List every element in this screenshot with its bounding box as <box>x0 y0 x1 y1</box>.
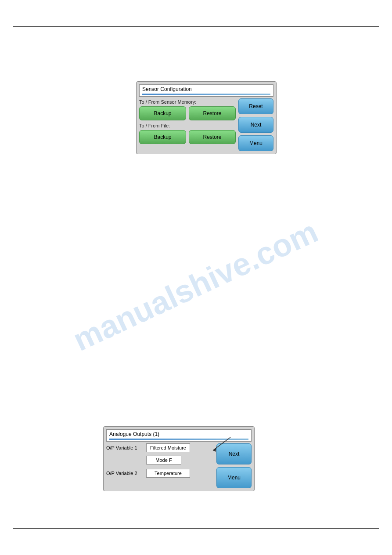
restore-sensor-memory-button[interactable]: Restore <box>189 106 236 120</box>
analogue-panel-body: O/P Variable 1 Filtered Moisture Mode F … <box>106 443 252 488</box>
op-mode-row: Mode F <box>146 456 213 464</box>
sensor-memory-btn-row: Backup Restore <box>139 106 236 120</box>
restore-file-button[interactable]: Restore <box>189 130 236 144</box>
sensor-configuration-panel: Sensor Configuration To / From Sensor Me… <box>136 81 277 154</box>
op-variable-1-label: O/P Variable 1 <box>106 445 144 450</box>
analogue-panel-title: Analogue Outputs (1) <box>106 429 252 442</box>
analogue-outputs-panel: Analogue Outputs (1) O/P Variable 1 Filt… <box>103 426 255 491</box>
analogue-next-button[interactable]: Next <box>216 443 252 464</box>
sensor-panel-title: Sensor Configuration <box>139 84 273 97</box>
next-button[interactable]: Next <box>238 117 273 133</box>
op-variable-2-label: O/P Variable 2 <box>106 471 144 476</box>
file-label: To / From File: <box>139 123 236 128</box>
backup-file-button[interactable]: Backup <box>139 130 186 144</box>
op-variable-1-mode[interactable]: Mode F <box>146 456 181 464</box>
op-variable-2-value[interactable]: Temperature <box>146 469 190 478</box>
op-variable-2-row: O/P Variable 2 Temperature <box>106 469 213 478</box>
sensor-memory-label: To / From Sensor Memory: <box>139 99 236 105</box>
analogue-panel-right: Next Menu <box>216 443 252 488</box>
sensor-panel-body: To / From Sensor Memory: Backup Restore … <box>139 98 273 151</box>
op-variable-1-value[interactable]: Filtered Moisture <box>146 443 190 452</box>
file-btn-row: Backup Restore <box>139 130 236 144</box>
backup-sensor-memory-button[interactable]: Backup <box>139 106 186 120</box>
bottom-rule <box>13 528 379 529</box>
top-rule <box>13 26 379 27</box>
analogue-panel-left: O/P Variable 1 Filtered Moisture Mode F … <box>106 443 213 488</box>
watermark: manualshive.com <box>53 154 338 417</box>
analogue-menu-button[interactable]: Menu <box>216 467 252 488</box>
sensor-panel-right: Reset Next Menu <box>238 98 273 151</box>
menu-button[interactable]: Menu <box>238 135 273 151</box>
sensor-panel-left: To / From Sensor Memory: Backup Restore … <box>139 98 236 151</box>
reset-button[interactable]: Reset <box>238 98 273 114</box>
op-variable-1-row: O/P Variable 1 Filtered Moisture <box>106 443 213 452</box>
